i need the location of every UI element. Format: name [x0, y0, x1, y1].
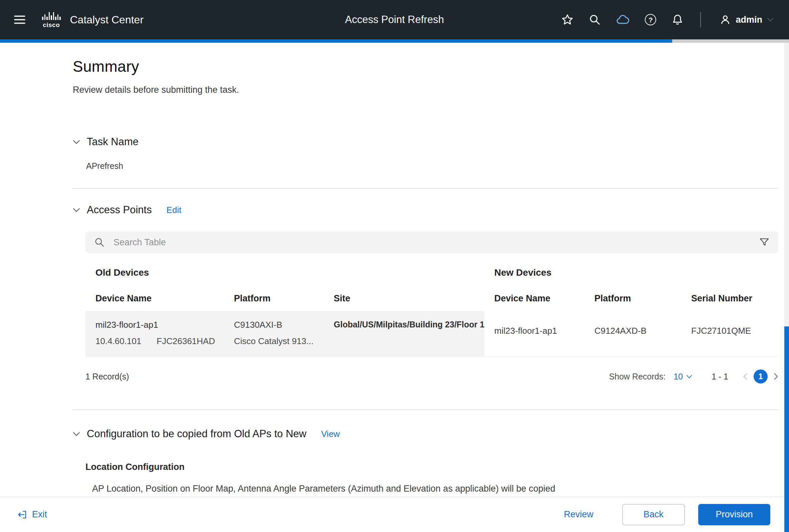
column-header-new-device-name: Device Name — [484, 293, 584, 311]
favorites-button[interactable] — [561, 14, 573, 26]
main-content: Summary Review details before submitting… — [0, 57, 789, 508]
view-configuration-link[interactable]: View — [321, 429, 340, 439]
section-divider — [73, 410, 778, 410]
cloud-icon — [616, 14, 630, 25]
task-name-section-header[interactable]: Task Name — [73, 136, 778, 148]
topbar-divider — [700, 12, 701, 27]
footer-actions: Review Back Provision — [564, 504, 770, 525]
action-footer: Exit Review Back Provision — [0, 497, 789, 532]
access-points-table: Old Devices New Devices Device Name Plat… — [85, 253, 778, 357]
task-name-value: APrefresh — [86, 161, 778, 171]
access-points-section-title: Access Points — [87, 204, 152, 216]
brand-title: Catalyst Center — [70, 14, 144, 26]
chevron-right-icon — [774, 373, 778, 380]
records-count: 1 Record(s) — [85, 372, 129, 381]
old-device-serial: FJC26361HAD — [156, 336, 215, 346]
cloud-status-button[interactable] — [616, 14, 630, 25]
search-table-input[interactable] — [113, 237, 759, 248]
edit-access-points-link[interactable]: Edit — [167, 205, 181, 215]
old-device-name-cell: mil23-floor1-ap1 10.4.60.101 FJC26361HAD — [85, 311, 224, 357]
user-menu[interactable]: admin — [717, 14, 776, 26]
column-header-site: Site — [332, 293, 484, 311]
bell-icon — [672, 14, 684, 26]
new-device-name-cell: mil23-floor1-ap1 — [484, 311, 584, 357]
location-configuration-title: Location Configuration — [85, 462, 778, 472]
summary-title: Summary — [73, 57, 778, 75]
new-devices-group-label: New Devices — [484, 267, 778, 278]
filter-button[interactable] — [759, 237, 770, 248]
configuration-section-header[interactable]: Configuration to be copied from Old APs … — [73, 428, 778, 440]
show-records-label: Show Records: — [609, 372, 666, 381]
help-icon: ? — [645, 14, 656, 25]
pagination-range: 1 - 1 — [712, 372, 728, 381]
site-value: Global/US/Milpitas/Building 23/Floor 1 — [334, 320, 484, 329]
table-search-bar — [85, 231, 778, 253]
back-button[interactable]: Back — [622, 504, 685, 525]
exit-icon — [17, 510, 27, 520]
old-device-name: mil23-floor1-ap1 — [95, 320, 224, 330]
pagination: Show Records: 10 1 - 1 1 — [609, 369, 778, 383]
top-navigation-bar: cisco Catalyst Center Access Point Refre… — [0, 0, 789, 39]
new-platform-cell: C9124AXD-B — [584, 311, 681, 357]
table-footer: 1 Record(s) Show Records: 10 1 - 1 1 — [85, 369, 778, 383]
configuration-copy-section: Configuration to be copied from Old APs … — [73, 428, 778, 508]
exit-button[interactable]: Exit — [15, 509, 49, 520]
star-icon — [561, 14, 573, 26]
column-header-old-device-name: Device Name — [85, 293, 224, 311]
section-divider — [73, 188, 778, 189]
access-points-section-header[interactable]: Access Points Edit — [73, 204, 778, 216]
new-serial-number-cell: FJC27101QME — [681, 311, 778, 357]
hamburger-icon — [13, 15, 26, 25]
help-button[interactable]: ? — [645, 14, 656, 25]
workflow-progress-fill — [0, 39, 672, 43]
search-icon — [94, 237, 105, 248]
cisco-logo-word: cisco — [43, 22, 60, 28]
column-header-new-platform: Platform — [584, 293, 681, 311]
page-size-select[interactable]: 10 — [672, 372, 694, 382]
cisco-logo: cisco — [42, 11, 61, 28]
next-page-button[interactable] — [774, 373, 778, 380]
review-link[interactable]: Review — [564, 509, 593, 520]
old-device-details: 10.4.60.101 FJC26361HAD — [95, 336, 224, 346]
page-title: Access Point Refresh — [345, 14, 444, 26]
old-devices-group-label: Old Devices — [85, 267, 484, 278]
page-number-button[interactable]: 1 — [754, 369, 768, 383]
topbar-actions: ? admin — [561, 12, 776, 27]
provision-button[interactable]: Provision — [698, 504, 770, 525]
access-points-section: Access Points Edit Old Devices New Devic… — [73, 204, 778, 383]
vertical-scrollbar — [784, 43, 789, 532]
menu-button[interactable] — [13, 15, 26, 25]
old-device-ip: 10.4.60.101 — [95, 336, 141, 346]
chevron-down-icon — [73, 432, 80, 436]
site-cell: Global/US/Milpitas/Building 23/Floor 1 — [332, 311, 484, 357]
search-icon — [589, 14, 601, 26]
old-platform-model: Cisco Catalyst 913... — [234, 336, 332, 346]
chevron-left-icon — [743, 373, 748, 380]
column-header-serial-number: Serial Number — [681, 293, 778, 311]
task-name-section: Task Name APrefresh — [73, 136, 778, 171]
old-platform: C9130AXI-B — [234, 320, 332, 330]
chevron-down-icon — [686, 375, 692, 379]
filter-icon — [759, 237, 770, 248]
chevron-down-icon — [73, 208, 80, 212]
configuration-section-title: Configuration to be copied from Old APs … — [87, 428, 306, 440]
task-name-section-title: Task Name — [87, 136, 138, 148]
previous-page-button[interactable] — [743, 373, 748, 380]
exit-label: Exit — [32, 509, 47, 520]
user-avatar-icon — [719, 14, 731, 25]
chevron-down-icon — [73, 140, 80, 144]
search-button[interactable] — [589, 14, 601, 26]
old-platform-cell: C9130AXI-B Cisco Catalyst 913... — [224, 311, 332, 357]
column-header-old-platform: Platform — [224, 293, 332, 311]
page-size-value: 10 — [674, 372, 683, 381]
chevron-down-icon — [767, 18, 774, 22]
cisco-logo-bars — [42, 11, 61, 20]
summary-subtitle: Review details before submitting the tas… — [73, 85, 778, 95]
notifications-button[interactable] — [672, 14, 684, 26]
workflow-progress-bar — [0, 39, 789, 43]
vertical-scrollbar-thumb[interactable] — [784, 326, 789, 532]
user-name: admin — [736, 15, 762, 25]
